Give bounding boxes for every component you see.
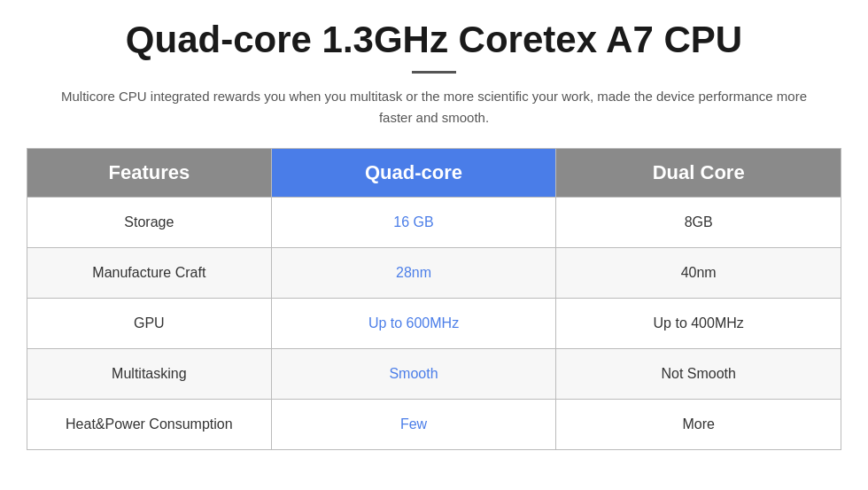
table-row: Manufacture Craft28nm40nm [27, 248, 841, 299]
title-divider [412, 71, 456, 74]
cell-dualcore-value: More [556, 400, 841, 450]
cell-feature: Multitasking [27, 349, 272, 400]
cell-quadcore-value: Up to 600MHz [271, 299, 556, 349]
cell-quadcore-value: Smooth [271, 349, 556, 400]
col-header-features: Features [27, 149, 272, 198]
cell-feature: Manufacture Craft [27, 248, 272, 299]
col-header-quadcore: Quad-core [271, 149, 556, 198]
page-subtitle: Multicore CPU integrated rewards you whe… [53, 86, 815, 128]
cell-dualcore-value: 40nm [556, 248, 841, 299]
comparison-table: Features Quad-core Dual Core Storage16 G… [27, 148, 841, 450]
cell-feature: GPU [27, 299, 272, 349]
cell-feature: Storage [27, 198, 272, 248]
page-title: Quad-core 1.3GHz Coretex A7 CPU [126, 18, 742, 62]
cell-quadcore-value: 28nm [271, 248, 556, 299]
cell-feature: Heat&Power Consumption [27, 400, 272, 450]
col-header-dualcore: Dual Core [556, 149, 841, 198]
table-row: MultitaskingSmoothNot Smooth [27, 349, 841, 400]
cell-dualcore-value: 8GB [556, 198, 841, 248]
table-row: Storage16 GB8GB [27, 198, 841, 248]
table-row: Heat&Power ConsumptionFewMore [27, 400, 841, 450]
table-row: GPUUp to 600MHzUp to 400MHz [27, 299, 841, 349]
cell-dualcore-value: Not Smooth [556, 349, 841, 400]
cell-quadcore-value: 16 GB [271, 198, 556, 248]
table-header-row: Features Quad-core Dual Core [27, 149, 841, 198]
cell-quadcore-value: Few [271, 400, 556, 450]
cell-dualcore-value: Up to 400MHz [556, 299, 841, 349]
